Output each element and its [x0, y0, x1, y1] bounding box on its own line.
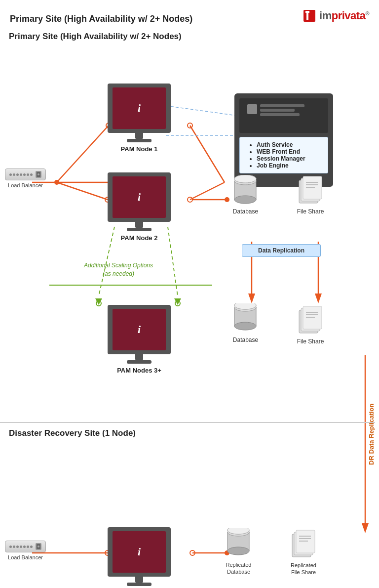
svg-rect-1	[306, 12, 308, 20]
diagram: Primary Site (High Availability w/ 2+ No…	[0, 29, 379, 588]
dr-site-label: Disaster Recovery Site (1 Node)	[9, 428, 136, 438]
svg-point-20	[175, 301, 180, 306]
svg-point-36	[38, 173, 39, 175]
svg-marker-27	[362, 523, 369, 533]
svg-point-11	[54, 180, 59, 185]
scaling-options-text: Additional Scaling Options(as needed)	[64, 261, 173, 278]
lb-body	[5, 168, 46, 180]
service-session: Session Manager	[257, 155, 323, 162]
svg-line-3	[57, 126, 109, 182]
pam-nodes-3plus: i PAM Nodes 3+	[108, 305, 171, 374]
svg-line-5	[190, 126, 225, 182]
svg-point-52	[234, 322, 256, 330]
monitor-display-area	[239, 98, 328, 133]
replicated-database: ReplicatedDatabase	[225, 528, 252, 576]
dr-data-replication-label: DR Data Replication	[368, 345, 375, 523]
file-share-primary-bottom-label: File Share	[297, 338, 324, 345]
load-balancer-dr-label: Load Balancer	[8, 554, 43, 560]
svg-point-13	[225, 197, 229, 202]
pam-node-2-label: PAM Node 2	[121, 234, 158, 242]
svg-rect-46	[303, 176, 322, 199]
service-web: WEB Front End	[257, 148, 323, 155]
svg-point-43	[234, 175, 256, 183]
load-balancer-dr: Load Balancer	[5, 541, 46, 560]
svg-point-71	[227, 528, 249, 534]
file-share-primary-top-label: File Share	[297, 208, 324, 215]
svg-point-39	[234, 196, 256, 204]
svg-point-67	[227, 547, 249, 555]
svg-line-4	[57, 182, 108, 200]
svg-line-15	[166, 106, 237, 116]
page-header: Primary Site (High Availability w/ 2+ No…	[0, 0, 379, 24]
logo: imprivata®	[303, 9, 369, 23]
primary-site-label: Primary Site (High Availability w/ 2+ No…	[9, 32, 182, 42]
service-auth: Auth Service	[257, 141, 323, 148]
svg-point-9	[188, 123, 192, 128]
lb-body-dr	[5, 541, 46, 552]
logo-text: imprivata®	[319, 9, 369, 22]
svg-rect-74	[296, 530, 315, 553]
pam-node-2: i PAM Node 2	[108, 172, 171, 242]
service-job: Job Engine	[257, 162, 323, 169]
logo-icon	[303, 9, 316, 23]
svg-point-10	[188, 197, 192, 202]
load-balancer-primary: Load Balancer	[5, 168, 46, 188]
svg-point-56	[234, 303, 256, 309]
svg-point-19	[96, 301, 101, 306]
service-info-box: Auth Service WEB Front End Session Manag…	[234, 93, 333, 187]
file-share-primary-bottom: File Share	[295, 303, 326, 345]
pam-node-1-label: PAM Node 1	[121, 145, 158, 153]
svg-line-6	[190, 182, 225, 200]
pam-nodes-3plus-label: PAM Nodes 3+	[117, 367, 161, 374]
dr-divider	[0, 422, 375, 423]
services-list: Auth Service WEB Front End Session Manag…	[239, 137, 328, 173]
replicated-database-label: ReplicatedDatabase	[226, 561, 252, 576]
svg-rect-2	[305, 11, 309, 13]
svg-point-64	[38, 546, 39, 547]
file-share-primary-top: File Share	[295, 173, 326, 215]
database-primary-top-label: Database	[233, 208, 258, 215]
database-primary-bottom: Database	[232, 303, 259, 343]
replicated-file-share: ReplicatedFile Share	[288, 527, 319, 576]
database-primary-top: Database	[232, 175, 259, 215]
replicated-file-share-label: ReplicatedFile Share	[291, 562, 316, 576]
svg-marker-25	[315, 294, 322, 303]
svg-marker-33	[95, 298, 102, 305]
data-replication-box: Data Replication	[242, 244, 321, 257]
svg-marker-34	[174, 298, 181, 305]
page-title: Primary Site (High Availability w/ 2+ No…	[10, 9, 192, 24]
database-primary-bottom-label: Database	[233, 336, 258, 343]
svg-rect-59	[303, 306, 322, 329]
pam-node-1: i PAM Node 1	[108, 84, 171, 153]
load-balancer-primary-label: Load Balancer	[8, 182, 43, 188]
svg-point-31	[190, 550, 195, 555]
svg-marker-23	[248, 294, 255, 303]
pam-node-dr: i PAM Node	[108, 527, 171, 588]
